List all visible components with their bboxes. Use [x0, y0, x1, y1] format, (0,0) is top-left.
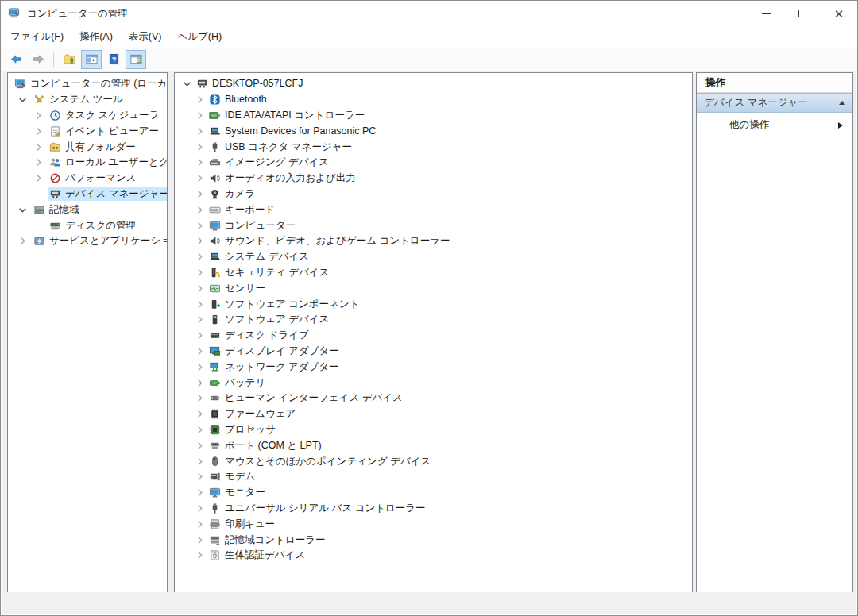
chevron-right-icon[interactable] — [17, 235, 33, 247]
device-tree-item[interactable]: プロセッサ — [175, 422, 692, 438]
device-tree-item[interactable]: ディスク ドライブ — [175, 328, 692, 344]
device-tree-item[interactable]: System Devices for Panasonic PC — [175, 123, 692, 139]
device-tree-item[interactable]: 生体認証デバイス — [175, 548, 692, 564]
chevron-right-icon[interactable] — [194, 345, 208, 357]
device-tree-item[interactable]: サウンド、ビデオ、およびゲーム コントローラー — [175, 233, 692, 249]
actions-group-device-manager[interactable]: デバイス マネージャー — [697, 93, 852, 113]
device-tree-item[interactable]: システム デバイス — [175, 249, 692, 265]
forward-button[interactable] — [28, 50, 48, 69]
chevron-right-icon[interactable] — [194, 440, 208, 452]
device-tree-item[interactable]: ソフトウェア コンポーネント — [175, 296, 692, 312]
device-tree-item[interactable]: Bluetooth — [175, 92, 692, 108]
device-tree-item[interactable]: IDE ATA/ATAPI コントローラー — [175, 108, 692, 124]
chevron-right-icon[interactable] — [194, 314, 208, 325]
device-tree-item[interactable]: 印刷キュー — [175, 516, 692, 532]
users-icon — [49, 156, 61, 168]
minimize-button[interactable] — [748, 1, 784, 26]
chevron-right-icon[interactable] — [194, 267, 208, 279]
chevron-right-icon[interactable] — [194, 251, 208, 263]
chevron-right-icon[interactable] — [194, 220, 208, 232]
chevron-right-icon[interactable] — [194, 141, 208, 153]
console-tree-item[interactable]: ローカル ユーザーとグループ — [8, 155, 167, 171]
chevron-right-icon[interactable] — [194, 298, 208, 310]
console-tree-item[interactable]: システム ツール — [8, 92, 167, 108]
up-one-level-button[interactable] — [59, 50, 79, 69]
device-tree-item[interactable]: ユニバーサル シリアル バス コントローラー — [175, 501, 692, 517]
console-tree-item[interactable]: 記憶域 — [8, 202, 167, 218]
chevron-right-icon[interactable] — [194, 408, 208, 420]
chevron-right-icon[interactable] — [33, 156, 48, 168]
device-tree-item[interactable]: バッテリ — [175, 375, 692, 391]
chevron-right-icon[interactable] — [194, 283, 208, 295]
chevron-right-icon[interactable] — [194, 94, 208, 106]
chevron-right-icon[interactable] — [194, 125, 208, 137]
chevron-right-icon[interactable] — [194, 549, 208, 561]
chevron-right-icon[interactable] — [194, 518, 208, 530]
console-tree-item[interactable]: 共有フォルダー — [8, 139, 167, 155]
console-tree-item[interactable]: コンピューターの管理 (ローカル) — [8, 76, 167, 92]
more-actions-item[interactable]: 他の操作 — [697, 113, 852, 137]
chevron-right-icon[interactable] — [194, 424, 208, 436]
device-tree-item[interactable]: ディスプレイ アダプター — [175, 344, 692, 360]
device-tree-item[interactable]: セキュリティ デバイス — [175, 265, 692, 281]
device-tree-item[interactable]: モデム — [175, 469, 692, 485]
chevron-right-icon[interactable] — [33, 172, 48, 184]
console-tree-item[interactable]: ディスクの管理 — [8, 218, 167, 233]
chevron-right-icon[interactable] — [33, 141, 48, 153]
menu-item[interactable]: ヘルプ(H) — [169, 26, 230, 48]
console-tree-item[interactable]: タスク スケジューラ — [8, 108, 167, 124]
chevron-right-icon[interactable] — [194, 487, 208, 499]
menu-item[interactable]: 表示(V) — [121, 26, 170, 48]
workspace: コンピューターの管理 (ローカル)システム ツールタスク スケジューライベント … — [2, 71, 856, 614]
device-tree-item[interactable]: コンピューター — [175, 218, 692, 233]
chevron-right-icon[interactable] — [194, 235, 208, 247]
menu-item[interactable]: ファイル(F) — [2, 26, 72, 48]
chevron-right-icon[interactable] — [194, 110, 208, 121]
device-tree-item[interactable]: モニター — [175, 485, 692, 501]
chevron-right-icon[interactable] — [194, 156, 208, 168]
device-tree-item[interactable]: ポート (COM と LPT) — [175, 437, 692, 453]
device-tree-item[interactable]: マウスとそのほかのポインティング デバイス — [175, 453, 692, 469]
show-action-pane-button[interactable] — [126, 50, 146, 69]
chevron-down-icon[interactable] — [17, 94, 33, 106]
chevron-right-icon[interactable] — [194, 456, 208, 468]
chevron-right-icon[interactable] — [194, 502, 208, 514]
chevron-right-icon[interactable] — [194, 377, 208, 389]
chevron-right-icon[interactable] — [33, 110, 48, 121]
chevron-right-icon[interactable] — [194, 188, 208, 200]
show-console-tree-button[interactable] — [81, 50, 102, 69]
device-tree-item[interactable]: オーディオの入力および出力 — [175, 171, 692, 187]
chevron-down-icon[interactable] — [181, 78, 195, 90]
chevron-right-icon[interactable] — [194, 172, 208, 184]
chevron-right-icon[interactable] — [194, 392, 208, 404]
device-tree-item[interactable]: センサー — [175, 280, 692, 296]
device-tree-item[interactable]: カメラ — [175, 187, 692, 202]
chevron-right-icon[interactable] — [194, 361, 208, 373]
maximize-button[interactable] — [784, 1, 821, 26]
device-tree-item[interactable]: USB コネクタ マネージャー — [175, 139, 692, 155]
console-tree-item[interactable]: デバイス マネージャー — [8, 187, 167, 202]
chevron-right-icon[interactable] — [194, 534, 208, 546]
help-button[interactable]: ? — [103, 50, 124, 69]
chevron-right-icon[interactable] — [194, 204, 208, 216]
collapse-icon[interactable] — [839, 101, 845, 105]
console-tree-item[interactable]: パフォーマンス — [8, 171, 167, 187]
device-tree-item[interactable]: ヒューマン インターフェイス デバイス — [175, 391, 692, 406]
device-tree-item[interactable]: キーボード — [175, 202, 692, 218]
device-tree-item[interactable]: イメージング デバイス — [175, 155, 692, 171]
chevron-right-icon[interactable] — [194, 329, 208, 341]
chevron-right-icon[interactable] — [194, 471, 208, 483]
console-tree-item[interactable]: サービスとアプリケーション — [8, 233, 167, 249]
chevron-down-icon[interactable] — [17, 204, 33, 216]
console-tree-item[interactable]: イベント ビューアー — [8, 123, 167, 139]
close-button[interactable]: ✕ — [821, 1, 857, 26]
device-tree-item[interactable]: ファームウェア — [175, 406, 692, 422]
device-tree-item[interactable]: ソフトウェア デバイス — [175, 312, 692, 328]
device-tree-item[interactable]: ネットワーク アダプター — [175, 359, 692, 375]
menu-item[interactable]: 操作(A) — [72, 26, 121, 48]
device-tree-pane: DESKTOP-057LCFJBluetoothIDE ATA/ATAPI コン… — [174, 72, 693, 594]
device-tree-item[interactable]: 記憶域コントローラー — [175, 532, 692, 548]
chevron-right-icon[interactable] — [33, 125, 48, 137]
back-button[interactable] — [6, 50, 26, 69]
device-tree-item[interactable]: DESKTOP-057LCFJ — [175, 76, 692, 92]
